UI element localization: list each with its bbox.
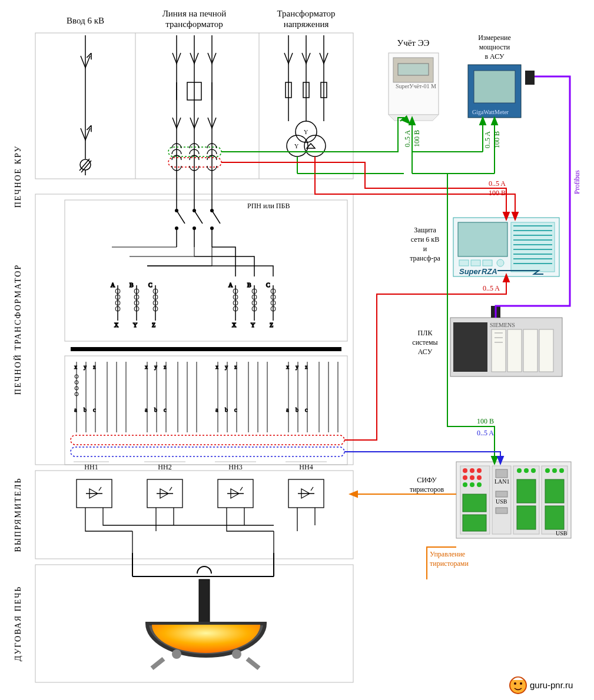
svg-point-163 xyxy=(470,482,474,487)
svg-text:c: c xyxy=(305,406,308,413)
svg-rect-103 xyxy=(398,64,429,75)
svg-text:b: b xyxy=(225,406,228,413)
svg-rect-142 xyxy=(507,329,522,372)
tap-changer: РПН или ПБВ A B C X Y Z A B C X Y Z xyxy=(71,178,341,351)
svg-text:z: z xyxy=(93,364,96,370)
svg-point-203 xyxy=(520,682,522,685)
svg-text:Profibus: Profibus xyxy=(573,170,581,194)
svg-point-99 xyxy=(232,649,241,659)
svg-point-159 xyxy=(463,475,467,480)
svg-text:SuperУчёт-01 М: SuperУчёт-01 М xyxy=(396,83,436,89)
col-line-2: трансформатор xyxy=(165,19,223,29)
svg-text:Z: Z xyxy=(270,322,273,328)
feeder-line xyxy=(168,35,221,178)
svg-text:x: x xyxy=(215,364,218,370)
svg-text:100 В: 100 В xyxy=(477,417,494,425)
svg-text:a: a xyxy=(145,406,148,413)
svg-rect-81 xyxy=(71,435,344,445)
svg-rect-97 xyxy=(199,579,210,626)
svg-text:y: y xyxy=(296,364,298,370)
svg-text:Y: Y xyxy=(294,143,298,149)
svg-rect-181 xyxy=(496,508,507,514)
svg-text:USB: USB xyxy=(556,530,568,536)
svg-text:y: y xyxy=(225,364,228,370)
svg-rect-139 xyxy=(453,322,487,372)
svg-text:системы: системы xyxy=(412,338,437,346)
svg-text:c: c xyxy=(164,406,167,413)
svg-rect-173 xyxy=(545,479,564,503)
svg-rect-141 xyxy=(492,329,506,372)
svg-text:0..5 A: 0..5 A xyxy=(477,429,494,437)
svg-rect-82 xyxy=(71,447,344,456)
svg-point-160 xyxy=(470,475,474,480)
svg-rect-119 xyxy=(511,222,555,272)
svg-point-156 xyxy=(463,468,467,473)
svg-text:ПЛК: ПЛК xyxy=(418,329,433,337)
plc: ПЛК системы АСУ SIEMENS xyxy=(412,306,562,376)
svg-text:SIEMENS: SIEMENS xyxy=(490,322,515,328)
svg-text:РПН или ПБВ: РПН или ПБВ xyxy=(247,202,290,210)
svg-text:a: a xyxy=(74,406,77,413)
svg-point-98 xyxy=(172,649,181,659)
svg-text:Y: Y xyxy=(251,322,255,328)
svg-text:Y: Y xyxy=(304,129,308,135)
svg-point-168 xyxy=(545,468,550,473)
svg-point-202 xyxy=(514,682,516,685)
svg-rect-172 xyxy=(517,506,536,529)
svg-text:НН1: НН1 xyxy=(84,463,98,471)
svg-text:сети 6 кВ: сети 6 кВ xyxy=(411,235,439,244)
svg-text:C: C xyxy=(266,282,270,288)
col-vt-2: напряжения xyxy=(284,19,329,29)
svg-line-37 xyxy=(212,211,220,224)
svg-rect-110 xyxy=(474,71,515,103)
svg-line-36 xyxy=(194,211,203,224)
site-url: guru-pnr.ru xyxy=(530,680,573,690)
sifu: СИФУ тиристоров LAN1 USB USB xyxy=(410,462,571,538)
svg-rect-118 xyxy=(458,222,507,256)
svg-text:X: X xyxy=(232,322,237,328)
svg-text:x: x xyxy=(286,364,289,370)
svg-rect-177 xyxy=(496,469,507,478)
svg-text:Z: Z xyxy=(152,322,155,328)
svg-point-167 xyxy=(531,468,536,473)
relay-protection: Защита сети 6 кВ и трансф-ра Super RZA xyxy=(410,218,559,276)
svg-text:НН3: НН3 xyxy=(228,463,242,471)
svg-text:B: B xyxy=(130,282,134,288)
svg-text:a: a xyxy=(286,406,289,413)
input-feeder xyxy=(79,35,91,175)
svg-text:B: B xyxy=(247,282,251,288)
svg-point-166 xyxy=(524,468,529,473)
svg-rect-130 xyxy=(471,260,480,266)
energy-meter: Учёт ЭЭ SuperУчёт-01 М xyxy=(389,38,439,121)
col-line-1: Линия на печной xyxy=(162,9,227,18)
col-vt-1: Трансформатор xyxy=(277,9,335,18)
svg-point-169 xyxy=(552,468,557,473)
svg-text:Учёт ЭЭ: Учёт ЭЭ xyxy=(397,38,430,48)
svg-text:LAN1: LAN1 xyxy=(495,478,510,485)
svg-text:b: b xyxy=(154,406,157,413)
svg-text:GigaWattMeter: GigaWattMeter xyxy=(472,109,509,115)
hv-windings: A B C X Y Z A B C X Y Z xyxy=(111,247,276,329)
svg-text:НН2: НН2 xyxy=(158,463,171,471)
svg-point-132 xyxy=(497,259,504,266)
svg-point-165 xyxy=(517,468,522,473)
svg-point-170 xyxy=(559,468,564,473)
svg-text:НН4: НН4 xyxy=(299,463,313,471)
svg-text:c: c xyxy=(234,406,237,413)
arc-furnace xyxy=(132,553,274,668)
svg-rect-143 xyxy=(523,329,537,372)
svg-rect-112 xyxy=(525,71,535,85)
svg-text:100 В: 100 В xyxy=(413,130,421,147)
svg-text:USB: USB xyxy=(496,498,507,505)
row-furnace-label: ДУГОВАЯ ПЕЧЬ xyxy=(14,586,22,662)
svg-text:z: z xyxy=(164,364,167,370)
rectifier-box xyxy=(35,471,353,559)
svg-text:y: y xyxy=(84,364,87,370)
svg-point-162 xyxy=(463,482,467,487)
svg-text:RZA: RZA xyxy=(482,267,497,276)
svg-text:b: b xyxy=(84,406,87,413)
svg-rect-176 xyxy=(463,515,486,531)
svg-rect-129 xyxy=(459,260,469,266)
svg-rect-131 xyxy=(483,260,492,266)
svg-text:z: z xyxy=(305,364,308,370)
